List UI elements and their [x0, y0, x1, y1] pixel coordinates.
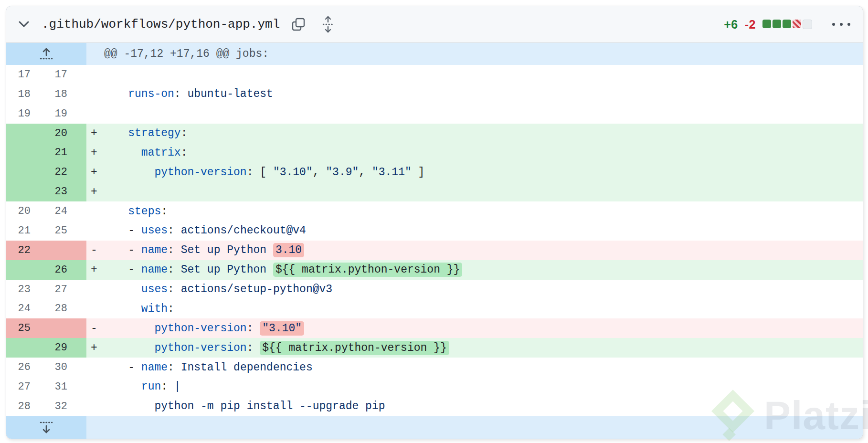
diff-marker: [86, 377, 102, 397]
old-line-number[interactable]: 18: [6, 84, 46, 104]
old-line-number[interactable]: [6, 338, 46, 358]
old-line-number[interactable]: [6, 162, 46, 182]
diff-marker: [86, 358, 102, 377]
new-line-number[interactable]: 22: [46, 162, 86, 182]
code-segment: run: [141, 380, 161, 393]
new-line-number[interactable]: [46, 241, 86, 260]
new-line-number[interactable]: 17: [46, 65, 86, 84]
diff-row: 21+ matrix:: [6, 143, 863, 163]
code-segment: :: [247, 342, 260, 354]
old-line-number[interactable]: 19: [6, 104, 46, 124]
diff-marker: +: [86, 124, 102, 143]
code-segment: :: [168, 303, 174, 315]
new-line-number[interactable]: [46, 318, 86, 338]
expand-up-button[interactable]: [6, 43, 86, 65]
expand-down-icon: [39, 420, 53, 434]
new-line-number[interactable]: 32: [46, 397, 86, 416]
code-segment: :: [181, 127, 188, 139]
code-segment: ubuntu-latest: [187, 88, 273, 100]
file-options-button[interactable]: [832, 23, 850, 26]
expand-down-button[interactable]: [6, 416, 86, 439]
diff-marker: -: [86, 318, 102, 338]
diff-row: 2428 with:: [6, 299, 863, 319]
diff-marker: [86, 221, 102, 241]
code-segment: |: [174, 380, 181, 393]
chevron-down-icon: [19, 21, 29, 28]
old-line-number[interactable]: [6, 260, 46, 280]
code-segment: [102, 88, 128, 100]
code-line: steps:: [102, 201, 863, 221]
code-segment: [102, 283, 141, 295]
diff-marker: [86, 104, 102, 124]
code-segment: -: [102, 264, 141, 276]
file-name[interactable]: .github/workflows/python-app.yml: [42, 17, 280, 32]
new-line-number[interactable]: 27: [46, 280, 86, 299]
diff-row: 29+ python-version: ${{ matrix.python-ve…: [6, 338, 863, 358]
new-line-number[interactable]: 30: [46, 358, 86, 377]
diff-marker: +: [86, 162, 102, 182]
code-segment: -: [102, 361, 141, 374]
new-line-number[interactable]: 24: [46, 201, 86, 221]
code-segment: :: [161, 205, 168, 218]
code-segment: :: [161, 380, 174, 393]
old-line-number[interactable]: 27: [6, 377, 46, 397]
file-header: .github/workflows/python-app.yml +6 -2: [6, 6, 863, 43]
new-line-number[interactable]: 23: [46, 182, 86, 201]
new-line-number[interactable]: 25: [46, 221, 86, 241]
new-line-number[interactable]: 21: [46, 143, 86, 163]
diff-row: 2731 run: |: [6, 377, 863, 397]
code-segment: [102, 342, 154, 354]
expand-all-button[interactable]: [322, 15, 334, 33]
old-line-number[interactable]: 24: [6, 299, 46, 319]
code-line: uses: actions/setup-python@v3: [102, 280, 863, 299]
old-line-number[interactable]: 23: [6, 280, 46, 299]
diff-marker: +: [86, 182, 102, 201]
diff-row: 1818 runs-on: ubuntu-latest: [6, 84, 863, 104]
code-segment: python-version: [154, 342, 246, 354]
old-line-number[interactable]: 17: [6, 65, 46, 84]
code-segment: [102, 400, 154, 412]
code-segment: name: [141, 264, 168, 276]
diff-marker: +: [86, 338, 102, 358]
code-line: matrix:: [102, 143, 863, 163]
diff-marker: [86, 84, 102, 104]
old-line-number[interactable]: [6, 124, 46, 143]
new-line-number[interactable]: 18: [46, 84, 86, 104]
old-line-number[interactable]: 22: [6, 241, 46, 260]
code-line: python-version: ${{ matrix.python-versio…: [102, 338, 863, 358]
diff-block-empty: [803, 20, 812, 29]
code-segment: :: [247, 322, 260, 335]
old-line-number[interactable]: 20: [6, 201, 46, 221]
old-line-number[interactable]: 28: [6, 397, 46, 416]
hunk-header-text: @@ -17,12 +17,16 @@ jobs:: [86, 43, 863, 65]
code-segment: matrix: [141, 147, 181, 159]
code-segment: actions/checkout@v4: [181, 224, 306, 237]
code-segment: [102, 322, 154, 335]
old-line-number[interactable]: 25: [6, 318, 46, 338]
collapse-file-button[interactable]: [19, 21, 29, 28]
old-line-number[interactable]: [6, 182, 46, 201]
unfold-vertical-icon: [322, 15, 334, 33]
code-segment: [102, 127, 128, 139]
new-line-number[interactable]: 31: [46, 377, 86, 397]
diff-block-added: [762, 20, 771, 28]
code-segment: [102, 147, 141, 159]
new-line-number[interactable]: 20: [46, 124, 86, 143]
code-line: - name: Install dependencies: [102, 358, 863, 377]
code-segment: python-version: [154, 322, 246, 335]
code-segment: python -m pip install --upgrade pip: [154, 400, 385, 412]
diff-row: 25- python-version: "3.10": [6, 318, 863, 338]
new-line-number[interactable]: 26: [46, 260, 86, 280]
code-segment: python-version: [154, 166, 246, 179]
old-line-number[interactable]: 26: [6, 358, 46, 377]
new-line-number[interactable]: 19: [46, 104, 86, 124]
diff-row: 2832 python -m pip install --upgrade pip: [6, 397, 863, 416]
diff-marker: [86, 201, 102, 221]
new-line-number[interactable]: 28: [46, 299, 86, 319]
code-line: [102, 65, 863, 84]
copy-path-button[interactable]: [291, 17, 306, 32]
old-line-number[interactable]: 21: [6, 221, 46, 241]
old-line-number[interactable]: [6, 143, 46, 163]
code-segment: :: [168, 283, 181, 295]
new-line-number[interactable]: 29: [46, 338, 86, 358]
